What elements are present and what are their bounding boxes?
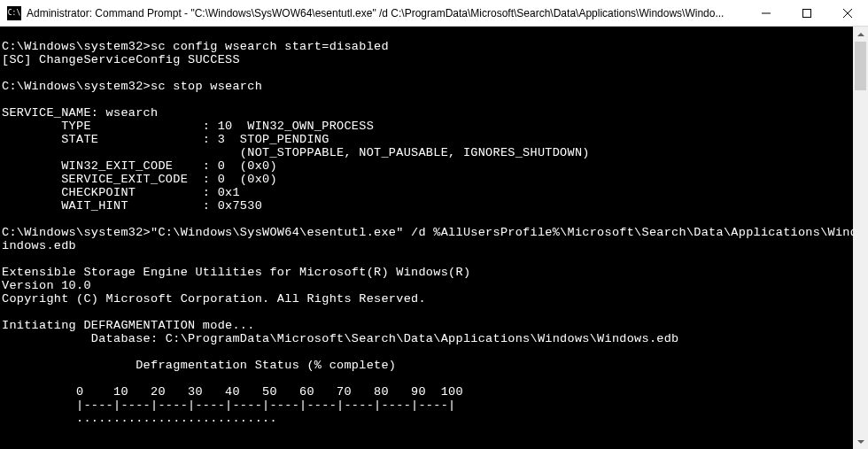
close-icon <box>843 9 852 18</box>
scroll-down-arrow[interactable] <box>853 434 868 449</box>
minimize-button[interactable] <box>746 0 787 26</box>
scroll-thumb[interactable] <box>855 42 866 90</box>
vertical-scrollbar[interactable] <box>853 27 868 449</box>
window-controls <box>746 0 868 26</box>
app-icon: C:\ <box>7 6 21 20</box>
chevron-down-icon <box>857 440 864 444</box>
app-icon-glyph: C:\ <box>8 10 20 17</box>
window-title: Administrator: Command Prompt - "C:\Wind… <box>27 7 746 19</box>
svg-marker-5 <box>857 440 864 444</box>
terminal-area: C:\Windows\system32>sc config wsearch st… <box>0 27 868 449</box>
maximize-button[interactable] <box>787 0 827 26</box>
scroll-track[interactable] <box>853 42 868 434</box>
titlebar[interactable]: C:\ Administrator: Command Prompt - "C:\… <box>0 0 868 27</box>
maximize-icon <box>802 9 811 18</box>
svg-marker-4 <box>857 33 864 36</box>
terminal-output[interactable]: C:\Windows\system32>sc config wsearch st… <box>0 27 853 449</box>
command-prompt-window: C:\ Administrator: Command Prompt - "C:\… <box>0 0 868 449</box>
chevron-up-icon <box>857 33 864 36</box>
close-button[interactable] <box>827 0 868 26</box>
minimize-icon <box>762 9 771 18</box>
scroll-up-arrow[interactable] <box>853 27 868 42</box>
svg-rect-1 <box>803 9 811 17</box>
